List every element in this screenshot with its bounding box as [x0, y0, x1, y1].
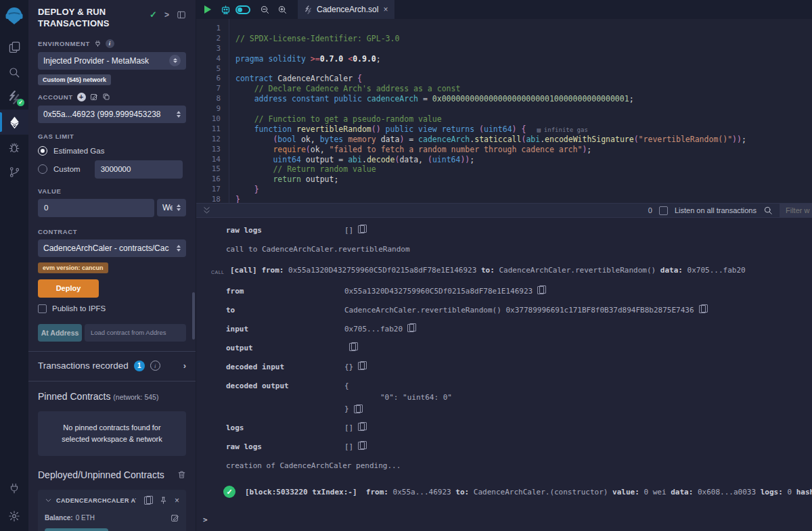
- terminal-row: output: [226, 342, 812, 354]
- sidebar-item-plugin-manager[interactable]: [0, 476, 28, 501]
- terminal-output[interactable]: raw logs[]call to CadenceArchCaler.rever…: [196, 218, 812, 531]
- code-line: pragma solidity >=0.7.0 <0.9.0;: [235, 54, 812, 64]
- copy-icon[interactable]: [358, 225, 366, 233]
- custom-gas-input[interactable]: [95, 160, 183, 179]
- copy-icon[interactable]: [358, 361, 366, 370]
- pin-panel-icon[interactable]: [177, 10, 186, 20]
- contract-select[interactable]: CadenceArchCaler - contracts/Cac: [38, 239, 186, 257]
- account-value: 0x55a...46923 (999.9999453238: [43, 110, 173, 119]
- sign-message-icon[interactable]: [90, 93, 98, 101]
- panel-scrollbar[interactable]: [192, 292, 195, 340]
- tx-success-icon: ✓: [223, 486, 235, 498]
- contract-function-button[interactable]: cadenceArch: [45, 528, 108, 531]
- compile-success-badge: ✓: [17, 99, 24, 106]
- chevron-down-icon[interactable]: [45, 497, 52, 504]
- code-line: require(ok, "failed to fetch a random nu…: [235, 145, 812, 155]
- contract-caret-icon: [177, 245, 181, 252]
- custom-gas-option[interactable]: Custom: [38, 164, 81, 174]
- terminal-row: decoded input{}: [226, 361, 812, 373]
- zoom-out-button[interactable]: [256, 0, 273, 19]
- deploy-run-icon: [8, 116, 21, 129]
- sidebar-item-settings[interactable]: [0, 503, 28, 528]
- line-number: 14: [196, 155, 221, 165]
- transactions-info-icon[interactable]: i: [150, 361, 160, 371]
- zoom-in-button[interactable]: [273, 0, 291, 19]
- sidebar-item-search[interactable]: [0, 60, 28, 85]
- pin-contract-icon[interactable]: [159, 496, 168, 505]
- terminal-row: ✓[block:5033220 txIndex:-] from: 0x55a..…: [226, 486, 812, 498]
- zoom-in-icon: [277, 5, 288, 15]
- custom-gas-option-label: Custom: [53, 165, 81, 173]
- ai-assistant-button[interactable]: [217, 0, 234, 19]
- sidebar-item-git[interactable]: [0, 160, 28, 185]
- remix-logo-icon[interactable]: [2, 3, 26, 28]
- add-account-icon[interactable]: +: [77, 93, 86, 101]
- publish-ipfs-row[interactable]: Publish to IPFS: [38, 304, 186, 313]
- terminal-prompt[interactable]: >: [203, 515, 812, 524]
- edit-balance-icon[interactable]: [171, 513, 179, 522]
- copy-icon[interactable]: [358, 441, 366, 450]
- terminal-search-icon[interactable]: [763, 206, 773, 215]
- at-address-input[interactable]: [85, 324, 186, 342]
- line-number: 4: [196, 54, 221, 64]
- tab-close-icon[interactable]: ×: [383, 5, 388, 14]
- environment-select[interactable]: Injected Provider - MetaMask: [38, 52, 186, 70]
- listen-label: Listen on all transactions: [675, 206, 757, 214]
- terminal-filter-input[interactable]: [780, 204, 812, 218]
- publish-ipfs-checkbox[interactable]: [38, 304, 47, 313]
- deploy-button[interactable]: Deploy: [38, 279, 99, 298]
- line-number: 7: [196, 84, 221, 94]
- environment-plug-icon[interactable]: [94, 40, 102, 47]
- balance-label: Balance:: [45, 514, 73, 522]
- pinned-network-label: (network: 545): [113, 393, 158, 401]
- ai-toggle[interactable]: [234, 0, 252, 19]
- value-input[interactable]: [38, 199, 154, 217]
- code-editor[interactable]: 123456789101112131415161718 // SPDX-Lice…: [196, 19, 812, 203]
- account-select[interactable]: 0x55a...46923 (999.9999453238: [38, 106, 186, 123]
- editor-code[interactable]: // SPDX-License-Identifier: GPL-3.0 prag…: [229, 19, 812, 203]
- line-number: 11: [196, 124, 221, 135]
- listen-checkbox[interactable]: [659, 206, 668, 215]
- copy-icon[interactable]: [354, 405, 362, 413]
- estimated-gas-radio[interactable]: [38, 146, 47, 156]
- sidebar-item-deploy-run[interactable]: [0, 110, 28, 135]
- copy-icon[interactable]: [537, 285, 545, 294]
- tab-cadencearch-sol[interactable]: CadenceArch.sol ×: [298, 0, 394, 19]
- sidebar-item-solidity-compiler[interactable]: ✓: [0, 85, 28, 110]
- line-number: 5: [196, 64, 221, 74]
- contract-value: CadenceArchCaler - contracts/Cac: [43, 244, 173, 253]
- terminal-row: call to CadenceArchCaler.revertibleRando…: [226, 244, 812, 255]
- line-number: 18: [196, 195, 221, 203]
- copy-icon[interactable]: [358, 422, 366, 431]
- transactions-expand-icon[interactable]: ›: [183, 361, 186, 371]
- copy-address-icon[interactable]: [144, 496, 152, 505]
- contract-instance-name: CADENCEARCHCALER AT 0X377...E7436: [56, 497, 136, 504]
- run-script-button[interactable]: [204, 5, 211, 14]
- line-number: 16: [196, 175, 221, 185]
- copy-icon[interactable]: [349, 342, 357, 351]
- code-line: contract CadenceArchCaler {: [235, 74, 812, 84]
- terminal-row: input0x705...fab20: [226, 323, 812, 335]
- trash-icon[interactable]: [177, 470, 186, 479]
- environment-info-icon[interactable]: i: [106, 39, 114, 48]
- copy-account-icon[interactable]: [102, 93, 110, 101]
- terminal-row: toCadenceArchCaler.revertibleRandom() 0x…: [226, 304, 812, 316]
- estimated-gas-option[interactable]: Estimated Gas: [38, 146, 186, 156]
- toggle-icon: [235, 5, 250, 14]
- sidebar-item-debugger[interactable]: [0, 135, 28, 160]
- copy-icon[interactable]: [699, 304, 707, 313]
- custom-gas-radio[interactable]: [38, 164, 47, 174]
- close-contract-icon[interactable]: ×: [175, 496, 179, 505]
- at-address-button[interactable]: At Address: [38, 324, 82, 342]
- value-unit: Wei: [162, 203, 173, 212]
- value-unit-caret-icon: [177, 204, 181, 211]
- line-number: 17: [196, 185, 221, 195]
- network-badge: Custom (545) network: [38, 74, 111, 85]
- terminal-row: decoded output{ "0": "uint64: 0"}: [226, 380, 812, 415]
- sidebar-item-file-explorer[interactable]: [0, 34, 28, 60]
- git-branch-icon: [9, 166, 20, 178]
- expand-terminal-icon[interactable]: [203, 206, 210, 214]
- value-unit-select[interactable]: Wei: [157, 199, 186, 216]
- panel-forward-icon[interactable]: >: [164, 10, 169, 20]
- copy-icon[interactable]: [407, 323, 415, 332]
